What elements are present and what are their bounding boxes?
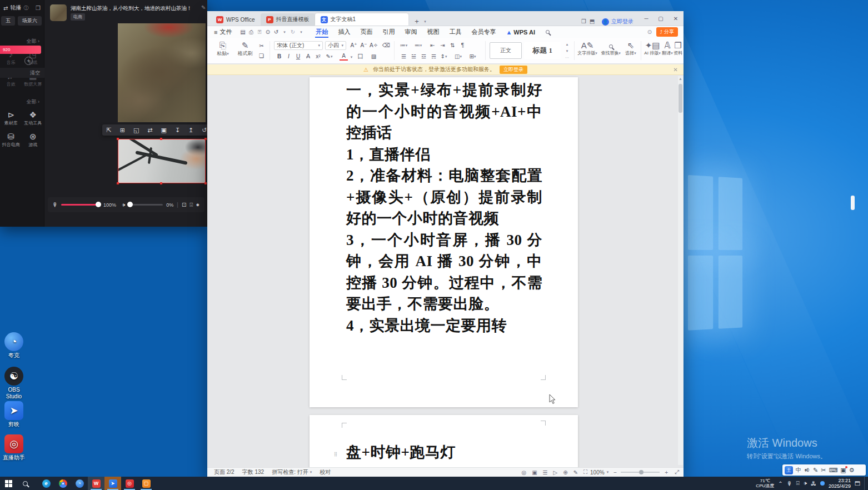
ime-cut-icon[interactable]: ✂ (821, 467, 826, 474)
page-view-icon[interactable]: ▣ (532, 469, 537, 476)
undo-icon[interactable]: ↺ (272, 28, 280, 36)
char-shading-icon[interactable]: ▨ (370, 52, 378, 61)
selection-handle[interactable] (204, 182, 207, 184)
mic-volume-slider[interactable] (61, 204, 100, 206)
tab-list-dropdown[interactable]: ▾ (421, 17, 430, 26)
scroll-up-arrow[interactable]: ▲ (678, 76, 683, 82)
desktop-icon-obs[interactable]: ☯ OBS Studio (0, 367, 28, 400)
border-button[interactable]: ⊞▾ (468, 52, 477, 61)
highlight-color-button[interactable]: ✎▾ (325, 52, 333, 61)
tray-clock[interactable]: 23:21 2025/4/29 (829, 478, 851, 489)
move-down-icon[interactable]: ↧ (175, 127, 180, 134)
tool-material-library[interactable]: ⊳素材库 (1, 110, 22, 126)
underline-button[interactable]: U (294, 52, 302, 61)
new-tab-button[interactable]: + (413, 17, 421, 26)
zoom-in-button[interactable]: ＋ (664, 468, 669, 476)
web-view-icon[interactable]: ⊕ (563, 469, 567, 476)
redo-icon[interactable]: ↻ (288, 28, 297, 36)
fullscreen-button[interactable]: ⤢ (675, 469, 679, 476)
edit-title-icon[interactable]: ✎ (201, 4, 206, 11)
cpu-temp-widget[interactable]: 71℃ CPU温度 (756, 478, 774, 488)
selection-handle[interactable] (160, 138, 162, 140)
tab-doc-template[interactable]: P 抖音直播模板 (261, 13, 315, 26)
font-size-select[interactable]: 小四▾ (325, 41, 346, 50)
record-icon[interactable]: ⏺ (196, 202, 199, 208)
font-color-button[interactable]: A (340, 52, 348, 61)
rotate-icon[interactable]: ◱ (133, 127, 139, 134)
tool-interactive[interactable]: ❖互动工具 (22, 110, 43, 126)
ime-lang-toggle[interactable]: 中 (796, 466, 801, 474)
menu-tab-view[interactable]: 视图 (422, 28, 444, 36)
vertical-scrollbar[interactable]: ▲ (678, 76, 683, 465)
help-icon[interactable]: ⓘ (23, 4, 28, 12)
menu-tab-review[interactable]: 审阅 (400, 28, 422, 36)
toolbar-more-dropdown[interactable]: ▾ (297, 28, 305, 36)
zoom-value[interactable]: 100% (590, 469, 605, 476)
tray-network-icon[interactable]: 🖧 (811, 481, 816, 487)
select-button[interactable]: ⇖ 选择▾ (623, 41, 638, 56)
taskbar-wps-running[interactable]: W (88, 477, 104, 490)
document-page-2[interactable]: ⣿ 盘+时钟+跑马灯 (310, 415, 578, 467)
font-name-select[interactable]: 宋体 (正文)▾ (274, 41, 323, 50)
taskbar-orange-app-running[interactable]: ▢ (138, 477, 154, 490)
align-justify-icon[interactable]: ☴ (430, 52, 438, 61)
ime-voice-icon[interactable]: 🕫 (804, 467, 810, 473)
style-heading1[interactable]: 标题 1 (524, 42, 561, 59)
desktop-icon-quark[interactable]: ◔ 夸克 (0, 332, 28, 359)
scene-preview-video[interactable] (118, 23, 206, 122)
export-pdf-icon[interactable]: ⍐ (255, 28, 263, 36)
tray-bluetooth-dot[interactable] (820, 481, 825, 486)
zoom-slider[interactable] (621, 472, 660, 473)
crop-icon[interactable]: ▣ (161, 127, 166, 134)
ime-settings-icon[interactable]: ⚙ (849, 467, 855, 474)
section-header-all-1[interactable]: 全部 › (0, 38, 44, 45)
zoom-out-button[interactable]: − (613, 469, 617, 476)
align-right-icon[interactable]: ☲ (420, 52, 428, 61)
selection-handle[interactable] (160, 182, 162, 184)
selection-handle[interactable] (117, 182, 119, 184)
bullet-list-button[interactable]: ≔▾ (400, 41, 408, 49)
bold-button[interactable]: B (275, 52, 283, 61)
scene-list-selected-item[interactable]: 920 (0, 46, 41, 54)
outline-view-icon[interactable]: ☰ (543, 469, 548, 476)
clear-format-icon[interactable]: ⌫ (382, 41, 390, 49)
copy-icon[interactable]: ❏ (257, 52, 266, 60)
proofread-label[interactable]: 校对 (320, 468, 331, 476)
preview-icon[interactable]: ⊙ (263, 28, 272, 36)
fit-page-icon[interactable]: ⛶ (583, 469, 587, 476)
clear-button[interactable]: 清空 (0, 68, 44, 78)
start-button[interactable] (0, 477, 17, 490)
indent-icon[interactable]: ⇥ (438, 41, 447, 49)
tool-game[interactable]: ⊛游戏 (22, 132, 43, 148)
selection-handle[interactable] (204, 138, 207, 140)
tray-display-icon[interactable]: ⌻ (796, 480, 800, 487)
menu-tab-member[interactable]: 会员专享 (466, 28, 501, 36)
outdent-icon[interactable]: ⇤ (428, 41, 437, 49)
section-header-all-2[interactable]: 全部 › (0, 98, 44, 106)
menu-tab-wps-ai[interactable]: ▲WPS AI (501, 29, 540, 36)
search-icon[interactable] (543, 28, 552, 36)
eye-protect-icon[interactable]: ⊙ (646, 28, 654, 36)
tray-volume-icon[interactable]: 🕩 (804, 480, 807, 487)
notice-login-button[interactable]: 立即登录 (500, 66, 527, 74)
skin-icon[interactable]: ⬒ (588, 17, 596, 26)
move-up-icon[interactable]: ↥ (188, 127, 193, 134)
word-count[interactable]: 字数 132 (242, 468, 264, 476)
microphone-icon[interactable]: 🎙 (52, 202, 58, 208)
taskbar-chrome[interactable] (54, 477, 71, 490)
strikethrough-button[interactable]: A (304, 52, 312, 61)
ai-layout-button[interactable]: ✦▤ AI 排版▾ (643, 41, 661, 56)
translate-button[interactable]: 𝔸 翻译▾ (662, 41, 673, 56)
ime-toolbox-icon[interactable]: ▣ (840, 467, 846, 474)
tool-ecommerce[interactable]: ⛁抖音电商 (1, 132, 22, 148)
increase-font-icon[interactable]: A⁺ (350, 41, 358, 49)
maximize-button[interactable]: ▢ (654, 11, 668, 26)
scrollbar-thumb[interactable] (679, 84, 682, 113)
align-center-icon[interactable]: ☱ (410, 52, 418, 61)
cut-icon[interactable]: ✂ (257, 42, 266, 50)
monitor-audio-icon[interactable]: 🕩 (122, 202, 125, 208)
tray-mic-icon[interactable]: 🎙 (787, 481, 792, 487)
minimize-button[interactable]: ─ (639, 11, 654, 26)
shading-button[interactable]: ◫▾ (454, 52, 462, 61)
save-icon[interactable]: ▤ (238, 28, 247, 36)
